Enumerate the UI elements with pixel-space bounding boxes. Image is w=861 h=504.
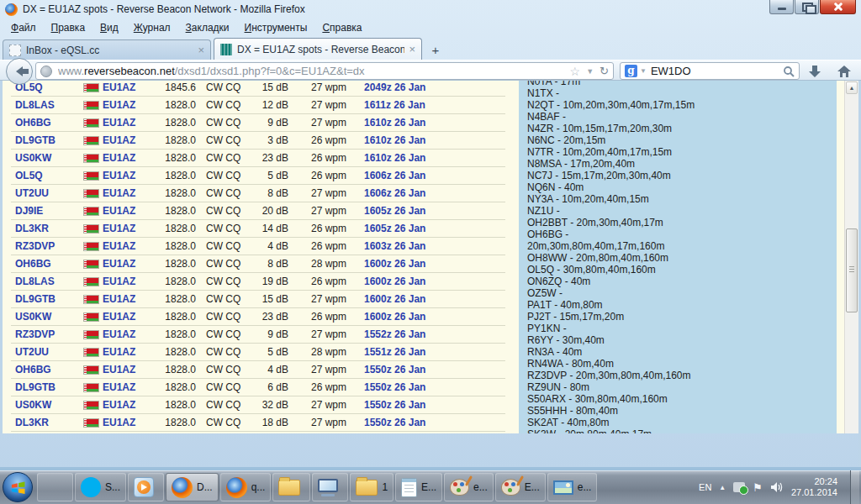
taskbar-button[interactable] (312, 473, 348, 501)
spotter-callsign-link[interactable]: OH6BG (11, 117, 83, 129)
taskbar-button[interactable]: e... (444, 473, 494, 501)
dx-callsign-link[interactable]: EU1AZ (83, 399, 147, 411)
browser-tab[interactable]: InBox - eQSL.cc × (3, 39, 211, 60)
dx-callsign[interactable]: EU1AZ (103, 170, 135, 181)
taskbar-button[interactable]: e... (547, 473, 598, 501)
taskbar-button[interactable]: S... (75, 473, 126, 501)
spot-time-link[interactable]: 2049z 26 Jan (364, 81, 505, 93)
spotter-callsign-link[interactable]: DJ9IE (11, 205, 83, 217)
dx-callsign-link[interactable]: EU1AZ (83, 170, 147, 181)
spot-time-link[interactable]: 1550z 26 Jan (364, 417, 505, 428)
dx-callsign-link[interactable]: EU1AZ (83, 205, 147, 217)
spotter-callsign-link[interactable]: DL3KR (11, 223, 83, 234)
dx-callsign[interactable]: EU1AZ (103, 381, 135, 393)
taskbar-button[interactable] (37, 473, 73, 501)
dx-callsign-link[interactable]: EU1AZ (83, 81, 147, 93)
dx-callsign-link[interactable]: EU1AZ (83, 346, 147, 358)
spot-time-link[interactable]: 1605z 26 Jan (364, 205, 505, 217)
menu-item[interactable]: Инструменты (237, 20, 315, 35)
restore-button[interactable] (795, 0, 819, 14)
dx-callsign[interactable]: EU1AZ (103, 99, 135, 111)
spot-time-link[interactable]: 1550z 26 Jan (364, 381, 505, 393)
spotter-callsign-link[interactable]: DL8LAS (11, 99, 83, 111)
taskbar-button[interactable]: D... (166, 473, 219, 501)
search-magnifier-icon[interactable] (783, 66, 795, 77)
spot-time-link[interactable]: 1552z 26 Jan (364, 328, 505, 340)
dx-callsign-link[interactable]: EU1AZ (83, 276, 147, 287)
spotter-callsign-link[interactable]: OH6BG (11, 364, 83, 375)
tab-close-icon[interactable]: × (198, 45, 204, 55)
spot-time-link[interactable]: 1610z 26 Jan (364, 134, 505, 146)
new-tab-button[interactable]: + (425, 42, 446, 58)
action-center-flag-icon[interactable]: ⚑ (753, 481, 763, 494)
downloads-button[interactable] (803, 61, 827, 81)
dx-callsign-link[interactable]: EU1AZ (83, 381, 147, 393)
search-engine-dropdown-icon[interactable]: ▼ (640, 67, 647, 75)
spotter-callsign-link[interactable]: US0KW (11, 311, 83, 323)
spotter-callsign-link[interactable]: DL9GTB (11, 293, 83, 305)
dx-callsign[interactable]: EU1AZ (103, 346, 135, 358)
spotter-callsign-link[interactable]: US0KW (11, 399, 83, 411)
usb-device-icon[interactable] (733, 482, 745, 492)
dx-callsign-link[interactable]: EU1AZ (83, 223, 147, 234)
dx-callsign-link[interactable]: EU1AZ (83, 258, 147, 270)
spotter-callsign-link[interactable]: DL9GTB (11, 134, 83, 146)
dx-callsign[interactable]: EU1AZ (103, 187, 135, 199)
spot-time-link[interactable]: 1606z 26 Jan (364, 170, 505, 181)
spot-time-link[interactable]: 1606z 26 Jan (364, 187, 505, 199)
page-scrollbar[interactable]: ▲ ▼ (844, 81, 858, 433)
spotter-callsign-link[interactable]: RZ3DVP (11, 240, 83, 252)
taskbar-button[interactable]: E... (395, 473, 442, 501)
menu-item[interactable]: Вид (92, 20, 126, 35)
menu-item[interactable]: Справка (314, 20, 369, 35)
tab-close-icon[interactable]: × (409, 44, 415, 55)
menu-item[interactable]: Закладки (178, 20, 237, 35)
dx-callsign[interactable]: EU1AZ (103, 223, 135, 234)
dx-callsign-link[interactable]: EU1AZ (83, 152, 147, 164)
search-input[interactable] (651, 65, 783, 77)
dx-callsign[interactable]: EU1AZ (103, 364, 135, 375)
start-button[interactable] (3, 472, 33, 502)
dx-callsign-link[interactable]: EU1AZ (83, 99, 147, 111)
dx-callsign-link[interactable]: EU1AZ (83, 117, 147, 129)
dx-callsign-link[interactable]: EU1AZ (83, 311, 147, 323)
dx-callsign[interactable]: EU1AZ (103, 293, 135, 305)
dx-callsign[interactable]: EU1AZ (103, 258, 135, 270)
dx-callsign[interactable]: EU1AZ (103, 399, 135, 411)
dx-callsign-link[interactable]: EU1AZ (83, 134, 147, 146)
spotter-callsign-link[interactable]: OL5Q (11, 170, 83, 181)
menu-item[interactable]: Файл (3, 20, 44, 35)
spot-time-link[interactable]: 1600z 26 Jan (364, 293, 505, 305)
browser-tab[interactable]: DX = EU1AZ spots - Reverse Beacon ... × (214, 38, 422, 60)
spotter-callsign-link[interactable]: DL8LAS (11, 276, 83, 287)
spotter-callsign-link[interactable]: DL3KR (11, 417, 83, 428)
dx-callsign-link[interactable]: EU1AZ (83, 417, 147, 428)
dx-callsign[interactable]: EU1AZ (103, 328, 135, 340)
spot-time-link[interactable]: 1550z 26 Jan (364, 399, 505, 411)
home-button[interactable] (832, 61, 856, 81)
menu-item[interactable]: Правка (44, 20, 93, 35)
language-indicator[interactable]: EN (699, 482, 711, 492)
dx-callsign-link[interactable]: EU1AZ (83, 364, 147, 375)
spot-time-link[interactable]: 1600z 26 Jan (364, 258, 505, 270)
spot-time-link[interactable]: 1600z 26 Jan (364, 276, 505, 287)
bookmark-star-icon[interactable]: ☆ (570, 65, 581, 78)
url-bar[interactable]: www. reversebeacon.net /dxsd1/dxsd1.php?… (35, 62, 614, 80)
show-desktop-button[interactable] (850, 470, 859, 504)
dx-callsign[interactable]: EU1AZ (103, 240, 135, 252)
scrollbar-thumb[interactable] (846, 228, 858, 312)
spot-time-link[interactable]: 1605z 26 Jan (364, 223, 505, 234)
google-engine-icon[interactable]: g (625, 65, 637, 77)
taskbar-button[interactable]: E... (495, 473, 546, 501)
spot-time-link[interactable]: 1603z 26 Jan (364, 240, 505, 252)
spotter-callsign-link[interactable]: OH6BG (11, 258, 83, 270)
dx-callsign[interactable]: EU1AZ (103, 417, 135, 428)
spot-time-link[interactable]: 1550z 26 Jan (364, 364, 505, 375)
dx-callsign-link[interactable]: EU1AZ (83, 328, 147, 340)
spotter-callsign-link[interactable]: US0KW (11, 152, 83, 164)
spotter-callsign-link[interactable]: RZ3DVP (11, 328, 83, 340)
dx-callsign-link[interactable]: EU1AZ (83, 187, 147, 199)
spotter-callsign-link[interactable]: UT2UU (11, 346, 83, 358)
taskbar-button[interactable]: q... (220, 473, 272, 501)
spot-time-link[interactable]: 1611z 26 Jan (364, 99, 505, 111)
